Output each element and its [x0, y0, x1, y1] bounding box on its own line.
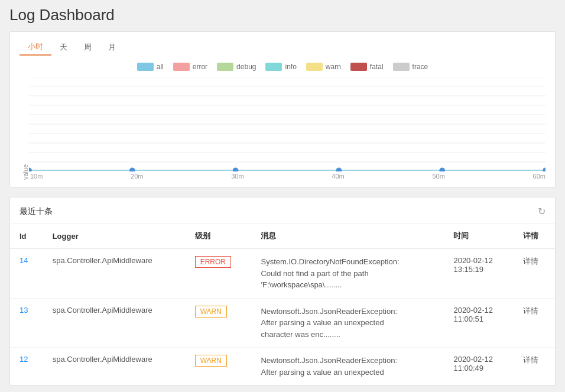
chart-svg: 1.0 0.9 0.8 0.7 0.6 0.5 0.4 0.3	[29, 77, 545, 171]
badge-warn-13: WARN	[195, 306, 227, 318]
x-label-60m: 60m	[533, 173, 545, 180]
legend-debug: debug	[217, 63, 256, 71]
legend-label-info: info	[285, 63, 296, 71]
legend-label-trace: trace	[413, 63, 428, 71]
cell-id-12: 12	[10, 348, 43, 385]
cell-level-12: WARN	[186, 348, 252, 385]
table-title: 最近十条	[20, 206, 53, 217]
cell-time-13: 2020-02-1211:00:51	[444, 298, 514, 348]
cell-level-13: WARN	[186, 298, 252, 348]
cell-time-14: 2020-02-1213:15:19	[444, 249, 514, 299]
table-head: Id Logger 级别 消息 时间 详情	[10, 223, 555, 249]
cell-detail-12: 详情	[514, 348, 555, 385]
refresh-icon[interactable]: ↻	[538, 206, 545, 217]
detail-link-13[interactable]: 详情	[523, 306, 538, 315]
col-time: 时间	[444, 223, 514, 249]
svg-point-27	[543, 168, 545, 171]
x-label-10m: 10m	[30, 173, 43, 180]
col-message: 消息	[251, 223, 444, 249]
col-level: 级别	[186, 223, 252, 249]
x-label-40m: 40m	[332, 173, 344, 180]
message-text-14: System.IO.DirectoryNotFoundException: Co…	[261, 256, 402, 291]
cell-message-12: Newtonsoft.Json.JsonReaderException: Aft…	[251, 348, 444, 385]
x-axis-labels: 10m 20m 30m 40m 50m 60m	[29, 171, 545, 180]
legend-color-error	[173, 63, 190, 71]
x-label-30m: 30m	[231, 173, 243, 180]
legend-color-warn	[306, 63, 323, 71]
legend-color-all	[137, 63, 154, 71]
id-link-12[interactable]: 12	[20, 355, 28, 364]
svg-point-26	[440, 168, 445, 171]
tab-bar: 小时 天 周 月	[20, 39, 545, 56]
legend-trace: trace	[393, 63, 428, 71]
cell-message-13: Newtonsoft.Json.JsonReaderException: Aft…	[251, 298, 444, 348]
tab-day[interactable]: 天	[51, 39, 76, 56]
cell-time-12: 2020-02-1211:00:49	[444, 348, 514, 385]
svg-point-23	[130, 168, 135, 171]
table-section: 最近十条 ↻ Id Logger 级别 消息 时间 详情 14	[9, 197, 556, 385]
legend-label-warn: warn	[326, 63, 341, 71]
message-text-12: Newtonsoft.Json.JsonReaderException: Aft…	[261, 355, 402, 378]
col-logger: Logger	[43, 223, 186, 249]
detail-link-14[interactable]: 详情	[523, 257, 538, 265]
id-link-13[interactable]: 13	[20, 306, 28, 315]
col-id: Id	[10, 223, 43, 249]
legend-color-trace	[393, 63, 410, 71]
legend: all error debug info warn fatal	[20, 63, 545, 71]
chart-section: 小时 天 周 月 all error debug info	[9, 31, 556, 187]
svg-point-24	[233, 168, 238, 171]
cell-logger-14: spa.Controller.ApiMiddleware	[43, 249, 186, 299]
cell-logger-12: spa.Controller.ApiMiddleware	[43, 348, 186, 385]
legend-color-fatal	[350, 63, 367, 71]
legend-error: error	[173, 63, 207, 71]
message-text-13: Newtonsoft.Json.JsonReaderException: Aft…	[261, 306, 402, 341]
cell-detail-14: 详情	[514, 249, 555, 299]
log-table: Id Logger 级别 消息 时间 详情 14 spa.Controller.…	[10, 223, 555, 385]
cell-id-13: 13	[10, 298, 43, 348]
cell-detail-13: 详情	[514, 298, 555, 348]
table-header: 最近十条 ↻	[10, 197, 555, 223]
table-body: 14 spa.Controller.ApiMiddleware ERROR Sy…	[10, 249, 555, 385]
legend-info: info	[265, 63, 296, 71]
legend-label-fatal: fatal	[370, 63, 384, 71]
badge-error: ERROR	[195, 256, 231, 268]
tab-month[interactable]: 月	[100, 39, 124, 56]
tab-week[interactable]: 周	[76, 39, 100, 56]
legend-color-debug	[217, 63, 233, 71]
id-link-14[interactable]: 14	[20, 256, 28, 265]
page-title: Log Dashboard	[9, 6, 556, 24]
chart-area: value 1.0 0.9 0.8 0.7 0.6	[20, 77, 545, 180]
legend-all: all	[137, 63, 164, 71]
page-wrapper: Log Dashboard 小时 天 周 月 all error debug	[0, 0, 565, 392]
table-row: 12 spa.Controller.ApiMiddleware WARN New…	[10, 348, 555, 385]
legend-warn: warn	[306, 63, 341, 71]
legend-label-all: all	[157, 63, 164, 71]
cell-message-14: System.IO.DirectoryNotFoundException: Co…	[251, 249, 444, 299]
tab-hour[interactable]: 小时	[20, 39, 51, 56]
badge-warn-12: WARN	[195, 355, 227, 367]
svg-point-22	[29, 168, 31, 171]
cell-id: 14	[10, 249, 43, 299]
legend-color-info	[265, 63, 282, 71]
col-detail: 详情	[514, 223, 555, 249]
y-axis-label: value	[20, 77, 29, 180]
legend-label-error: error	[193, 63, 207, 71]
cell-logger-13: spa.Controller.ApiMiddleware	[43, 298, 186, 348]
table-row: 13 spa.Controller.ApiMiddleware WARN New…	[10, 298, 555, 348]
x-label-50m: 50m	[432, 173, 444, 180]
legend-fatal: fatal	[350, 63, 384, 71]
detail-link-12[interactable]: 详情	[523, 355, 538, 364]
cell-level-14: ERROR	[186, 249, 252, 299]
chart-container: 1.0 0.9 0.8 0.7 0.6 0.5 0.4 0.3	[29, 77, 545, 180]
legend-label-debug: debug	[236, 63, 256, 71]
svg-point-25	[336, 168, 342, 171]
table-header-row: Id Logger 级别 消息 时间 详情	[10, 223, 555, 249]
table-row: 14 spa.Controller.ApiMiddleware ERROR Sy…	[10, 249, 555, 299]
x-label-20m: 20m	[131, 173, 143, 180]
